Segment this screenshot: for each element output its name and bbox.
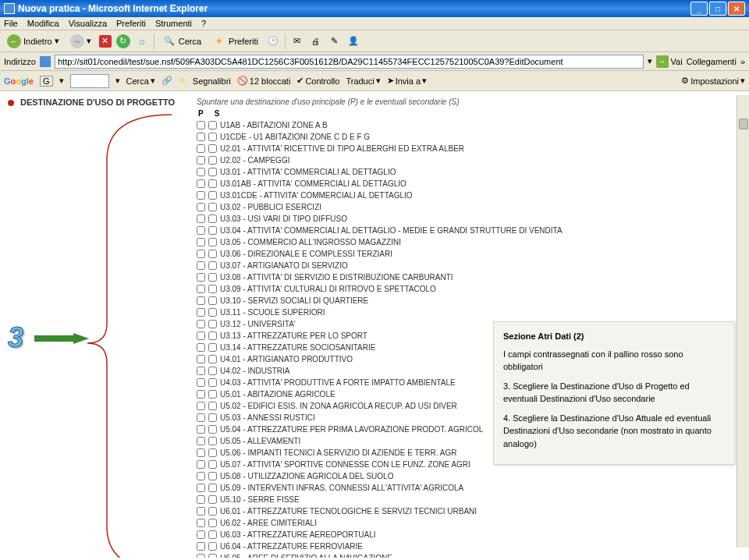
checkbox-s[interactable]	[208, 133, 217, 141]
minimize-button[interactable]: _	[690, 2, 708, 16]
menu-view[interactable]: Visualizza	[69, 19, 107, 28]
checkbox-s[interactable]	[208, 179, 217, 188]
checkbox-p[interactable]	[197, 507, 205, 516]
checkbox-p[interactable]	[197, 226, 205, 235]
checkbox-p[interactable]	[197, 343, 205, 352]
checkbox-s[interactable]	[208, 554, 217, 558]
checkbox-s[interactable]	[208, 472, 217, 480]
checkbox-s[interactable]	[208, 238, 217, 246]
checkbox-p[interactable]	[197, 285, 205, 293]
checkbox-s[interactable]	[208, 343, 217, 352]
checkbox-s[interactable]	[208, 448, 217, 457]
google-badge[interactable]: G	[40, 76, 53, 87]
checkbox-s[interactable]	[208, 168, 217, 176]
checkbox-s[interactable]	[208, 425, 217, 434]
checkbox-p[interactable]	[197, 214, 205, 223]
checkbox-p[interactable]	[197, 367, 205, 375]
checkbox-s[interactable]	[208, 320, 217, 328]
checkbox-s[interactable]	[208, 519, 217, 527]
checkbox-s[interactable]	[208, 460, 217, 469]
checkbox-s[interactable]	[208, 331, 217, 340]
checkbox-p[interactable]	[197, 121, 205, 129]
checkbox-p[interactable]	[197, 203, 205, 211]
close-button[interactable]: ✕	[728, 2, 745, 16]
checkbox-p[interactable]	[197, 390, 205, 399]
checkbox-s[interactable]	[208, 191, 217, 200]
search-button[interactable]: 🔍 Cerca	[159, 33, 204, 50]
mail-icon[interactable]: ✉	[290, 34, 304, 48]
checkbox-s[interactable]	[208, 203, 217, 211]
google-search-input[interactable]	[70, 74, 109, 88]
checkbox-s[interactable]	[208, 121, 217, 129]
checkbox-p[interactable]	[197, 144, 205, 153]
gbar-send[interactable]: ➤ Invia a ▾	[387, 76, 427, 86]
checkbox-s[interactable]	[208, 507, 217, 516]
checkbox-p[interactable]	[197, 238, 205, 246]
checkbox-p[interactable]	[197, 156, 205, 165]
checkbox-p[interactable]	[197, 191, 205, 200]
menu-file[interactable]: File	[4, 19, 18, 28]
checkbox-s[interactable]	[208, 437, 217, 445]
checkbox-s[interactable]	[208, 296, 217, 305]
checkbox-p[interactable]	[197, 542, 205, 551]
checkbox-p[interactable]	[197, 261, 205, 270]
home-button[interactable]: ⌂	[135, 34, 149, 48]
checkbox-s[interactable]	[208, 530, 217, 539]
checkbox-p[interactable]	[197, 425, 205, 434]
checkbox-p[interactable]	[197, 355, 205, 363]
back-button[interactable]: ← Indietro ▾	[4, 33, 62, 50]
checkbox-p[interactable]	[197, 402, 205, 410]
gbar-check[interactable]: ✔ Controllo	[296, 76, 339, 86]
checkbox-s[interactable]	[208, 542, 217, 551]
messenger-icon[interactable]: 👤	[346, 34, 360, 48]
forward-button[interactable]: → ▾	[67, 33, 94, 50]
scroll-thumb[interactable]	[739, 119, 748, 129]
checkbox-p[interactable]	[197, 273, 205, 282]
vertical-scrollbar[interactable]	[737, 95, 749, 548]
checkbox-p[interactable]	[197, 530, 205, 539]
checkbox-s[interactable]	[208, 413, 217, 422]
menu-tools[interactable]: Strumenti	[155, 19, 192, 28]
checkbox-s[interactable]	[208, 144, 217, 153]
history-icon[interactable]: 🕑	[266, 34, 280, 48]
checkbox-p[interactable]	[197, 495, 205, 504]
checkbox-s[interactable]	[208, 250, 217, 258]
checkbox-s[interactable]	[208, 261, 217, 270]
checkbox-p[interactable]	[197, 320, 205, 328]
gbar-share-icon[interactable]: 🔗	[162, 76, 172, 86]
checkbox-p[interactable]	[197, 308, 205, 317]
menu-favorites[interactable]: Preferiti	[116, 19, 146, 28]
refresh-button[interactable]: ↻	[116, 34, 130, 48]
edit-icon[interactable]: ✎	[328, 34, 342, 48]
gbar-settings[interactable]: ⚙ Impostazioni ▾	[681, 76, 745, 86]
checkbox-s[interactable]	[208, 214, 217, 223]
checkbox-p[interactable]	[197, 331, 205, 340]
checkbox-p[interactable]	[197, 179, 205, 188]
checkbox-s[interactable]	[208, 484, 217, 492]
menu-help[interactable]: ?	[201, 19, 206, 28]
checkbox-s[interactable]	[208, 156, 217, 165]
checkbox-s[interactable]	[208, 226, 217, 235]
checkbox-s[interactable]	[208, 355, 217, 363]
checkbox-s[interactable]	[208, 367, 217, 375]
checkbox-s[interactable]	[208, 273, 217, 282]
stop-button[interactable]: ✕	[99, 35, 112, 48]
checkbox-p[interactable]	[197, 554, 205, 558]
gbar-cerca[interactable]: Cerca ▾	[126, 76, 155, 86]
checkbox-p[interactable]	[197, 519, 205, 527]
gbar-bookmarks[interactable]: Segnalibri	[193, 76, 231, 86]
checkbox-p[interactable]	[197, 133, 205, 141]
menu-edit[interactable]: Modifica	[27, 19, 59, 28]
links-label[interactable]: Collegamenti	[687, 57, 737, 66]
checkbox-s[interactable]	[208, 378, 217, 387]
checkbox-p[interactable]	[197, 413, 205, 422]
checkbox-s[interactable]	[208, 495, 217, 504]
checkbox-s[interactable]	[208, 390, 217, 399]
chevron-down-icon[interactable]: ▾	[648, 56, 652, 66]
checkbox-s[interactable]	[208, 285, 217, 293]
checkbox-p[interactable]	[197, 437, 205, 445]
checkbox-p[interactable]	[197, 168, 205, 176]
checkbox-p[interactable]	[197, 250, 205, 258]
address-input[interactable]	[55, 55, 644, 69]
checkbox-p[interactable]	[197, 472, 205, 480]
